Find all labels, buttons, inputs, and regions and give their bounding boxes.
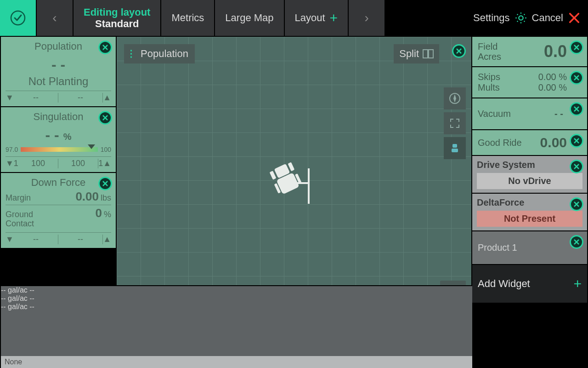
drive-system-status: No vDrive — [477, 173, 582, 189]
mults-label: Mults — [478, 82, 500, 93]
product-label: Product 1 — [478, 242, 517, 253]
deltaforce-label: DeltaForce — [477, 197, 582, 208]
next-tab-button[interactable]: › — [349, 0, 384, 36]
remove-widget-button[interactable] — [98, 177, 112, 190]
vacuum-value: - - — [554, 109, 563, 119]
add-widget-label: Add Widget — [478, 278, 530, 290]
indicator-icon — [88, 144, 95, 149]
good-ride-label: Good Ride — [478, 138, 522, 148]
widget-good-ride[interactable]: Good Ride 0.00 — [472, 130, 587, 155]
svg-rect-5 — [452, 149, 458, 152]
population-value: - - — [6, 56, 111, 73]
widget-singulation[interactable]: Singulation - - % 97.0 100 ▼1 100 100 1▲ — [1, 107, 116, 172]
widget-vacuum[interactable]: Vacuum - - — [472, 98, 587, 129]
settings-button[interactable]: Settings — [473, 12, 527, 24]
x-icon — [456, 48, 462, 54]
widget-downforce[interactable]: Down Force Margin 0.00lbs Ground Contact… — [1, 173, 116, 248]
drive-system-label: Drive System — [477, 160, 582, 170]
singulation-scale — [21, 147, 97, 152]
remove-widget-button[interactable] — [570, 235, 583, 249]
bottom-chart-panel[interactable]: -- gal/ac -- -- gal/ac -- -- gal/ac -- N… — [1, 285, 472, 368]
downforce-title: Down Force — [6, 177, 111, 189]
svg-rect-1 — [423, 50, 428, 58]
check-circle-icon — [10, 10, 26, 26]
tab-editing-layout[interactable]: Editing layout Standard — [74, 0, 160, 36]
gear-icon — [514, 12, 527, 24]
close-icon — [568, 12, 581, 24]
singulation-value: - - % — [6, 126, 111, 144]
map-split-button[interactable]: Split — [394, 44, 439, 63]
bottom-footer: None — [1, 356, 472, 368]
x-icon — [102, 115, 108, 121]
remove-widget-button[interactable] — [570, 40, 583, 54]
tab-layout[interactable]: Layout + — [285, 0, 348, 36]
liquid-rate-row-1: -- gal/ac -- — [1, 286, 472, 294]
population-high: -- — [58, 93, 103, 103]
settings-label: Settings — [473, 12, 510, 24]
liquid-rate-row-3: -- gal/ac -- — [1, 303, 472, 311]
remove-widget-button[interactable] — [570, 71, 583, 85]
tractor-view-button[interactable] — [444, 137, 466, 159]
map-layer-selector[interactable]: Population — [124, 44, 195, 63]
remove-map-button[interactable] — [452, 44, 466, 58]
svg-rect-2 — [429, 50, 433, 58]
widget-product-1[interactable]: Product 1 — [472, 231, 587, 264]
tab-layout-label: Layout — [295, 12, 325, 24]
list-icon — [130, 50, 137, 58]
svg-rect-4 — [452, 144, 457, 148]
liquid-rate-row-2: -- gal/ac -- — [1, 294, 472, 303]
x-icon — [573, 75, 580, 81]
scale-low: 97.0 — [6, 146, 18, 153]
remove-widget-button[interactable] — [98, 40, 112, 54]
population-title: Population — [6, 40, 111, 52]
arrow-up-icon: ▲ — [103, 235, 111, 244]
chevron-left-icon: ‹ — [52, 11, 57, 25]
remove-widget-button[interactable] — [570, 102, 583, 116]
tab-large-map[interactable]: Large Map — [215, 0, 283, 36]
scale-high: 100 — [101, 146, 111, 153]
split-icon — [423, 49, 434, 58]
prev-tab-button[interactable]: ‹ — [37, 0, 73, 36]
tractor-marker — [266, 160, 322, 211]
margin-label: Margin — [6, 193, 31, 203]
chevron-right-icon: › — [364, 11, 368, 25]
add-widget-button[interactable]: Add Widget + — [472, 265, 587, 303]
confirm-button[interactable] — [0, 0, 36, 36]
bottom-footer-label: None — [5, 358, 22, 366]
field-acres-value: 0.0 — [544, 42, 567, 61]
ground-contact-value: 0 — [96, 206, 102, 220]
field-acres-label: Field Acres — [478, 41, 514, 62]
x-icon — [102, 44, 108, 51]
svg-rect-13 — [288, 162, 294, 172]
expand-icon — [450, 118, 460, 128]
deltaforce-status: Not Present — [477, 211, 582, 227]
remove-widget-button[interactable] — [570, 160, 583, 173]
compass-button[interactable] — [444, 87, 466, 109]
widget-drive-system[interactable]: Drive System No vDrive — [472, 156, 587, 193]
remove-widget-button[interactable] — [570, 134, 583, 148]
good-ride-value: 0.00 — [540, 135, 567, 150]
singulation-title: Singulation — [6, 111, 111, 123]
widget-population[interactable]: Population - - Not Planting ▼ -- -- ▲ — [1, 37, 116, 106]
split-label: Split — [399, 48, 419, 60]
arrow-up-icon: 1▲ — [98, 159, 111, 168]
compass-icon — [449, 92, 461, 104]
tab-active-line2: Standard — [95, 18, 139, 29]
population-status: Not Planting — [6, 75, 111, 88]
plus-icon: + — [330, 10, 338, 26]
fullscreen-button[interactable] — [444, 112, 466, 134]
tab-metrics[interactable]: Metrics — [161, 0, 214, 36]
arrow-down-icon: ▼1 — [6, 159, 18, 168]
x-icon — [573, 201, 580, 207]
widget-deltaforce[interactable]: DeltaForce Not Present — [472, 194, 587, 230]
x-icon — [573, 138, 580, 144]
map-layer-label: Population — [141, 48, 188, 60]
remove-widget-button[interactable] — [570, 197, 583, 211]
widget-skips-mults[interactable]: Skips0.00 % Mults0.00 % — [472, 67, 587, 98]
remove-widget-button[interactable] — [98, 111, 112, 125]
arrow-down-icon: ▼ — [6, 235, 14, 244]
svg-point-0 — [11, 11, 25, 25]
cancel-button[interactable]: Cancel — [532, 12, 581, 24]
skips-value: 0.00 % — [538, 72, 567, 82]
widget-field-acres[interactable]: Field Acres 0.0 — [472, 37, 587, 66]
